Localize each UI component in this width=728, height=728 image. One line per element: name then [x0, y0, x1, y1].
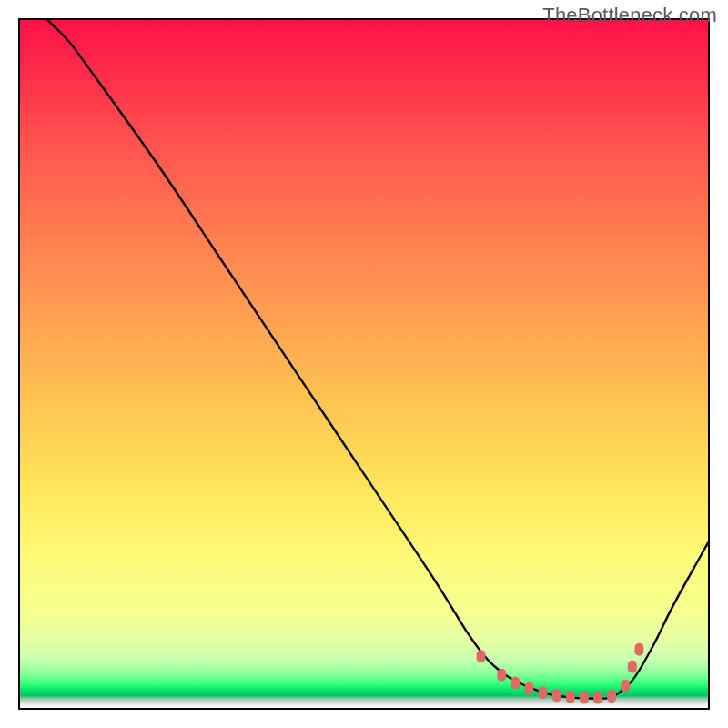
optimal-marker [524, 682, 533, 695]
optimal-marker [539, 686, 548, 699]
optimal-marker [511, 677, 520, 690]
plot-area [18, 18, 710, 710]
optimal-marker [497, 669, 506, 682]
bottleneck-curve [47, 20, 708, 699]
chart-canvas: TheBottleneck.com [0, 0, 728, 728]
optimal-marker [628, 661, 637, 673]
optimal-marker [552, 689, 561, 702]
optimal-marker [634, 643, 643, 656]
optimal-markers [477, 643, 644, 704]
optimal-marker [607, 690, 616, 703]
optimal-marker [621, 680, 630, 693]
optimal-marker [580, 692, 589, 704]
curve-layer [20, 20, 708, 708]
optimal-marker [593, 692, 602, 704]
watermark-text: TheBottleneck.com [542, 4, 717, 27]
optimal-marker [566, 691, 575, 703]
optimal-marker [477, 650, 486, 662]
